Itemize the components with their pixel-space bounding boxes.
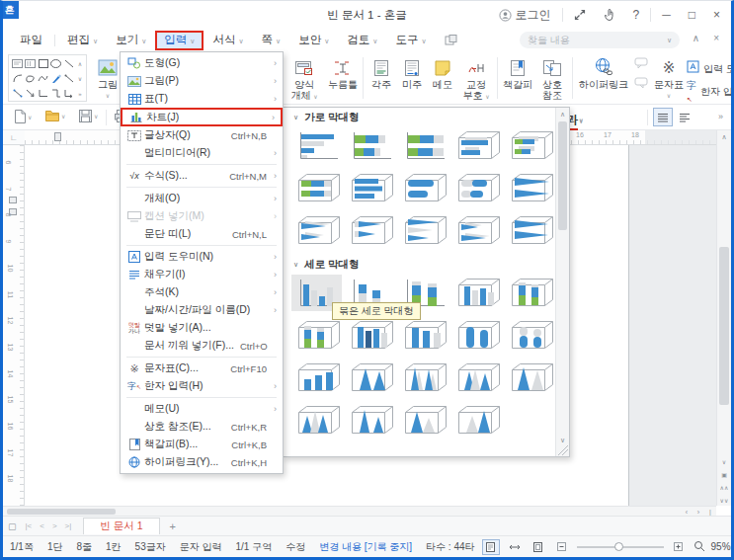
align-justify-button[interactable]	[653, 108, 673, 126]
menu-item-11[interactable]: 문단 띠(L)Ctrl+N,L	[121, 225, 283, 243]
add-tab-button[interactable]: +	[160, 520, 186, 532]
chart-thumbnail-h-cone-long[interactable]	[505, 170, 555, 206]
prev-tab-button[interactable]: <	[36, 521, 48, 530]
resize-grip[interactable]	[558, 445, 568, 455]
status-item-3[interactable]: 1칸	[99, 540, 128, 554]
menu-item-5[interactable]: 멀티미디어(R)›	[121, 144, 283, 162]
shape-tool-h-textbox-icon[interactable]	[12, 59, 23, 68]
menu-item-3[interactable]: 차트(J)›	[121, 108, 283, 126]
zoom-in-button[interactable]	[670, 539, 688, 555]
zoom-out-button[interactable]	[553, 539, 571, 555]
chart-thumbnail-h-clustered[interactable]	[291, 127, 342, 164]
page-view-button[interactable]	[482, 539, 500, 555]
chart-thumbnail-v-cone-mixed[interactable]	[451, 360, 502, 396]
memo-button[interactable]: 메모	[428, 55, 457, 90]
menu-item-2[interactable]: 표(T)›	[121, 90, 283, 108]
menu-item-18[interactable]: 문서 끼워 넣기(F)...Ctrl+O	[121, 337, 283, 355]
form-object-button[interactable]: 양식개체 ∨	[285, 55, 323, 103]
maximize-button[interactable]: □	[682, 4, 702, 26]
chart-thumbnail-v-cylinder[interactable]	[451, 317, 502, 354]
chart-thumbnail-h-100[interactable]	[398, 127, 449, 164]
menu-tab-view[interactable]: 보기∨	[107, 31, 155, 50]
menu-item-17[interactable]: 덧말가나덧말 넣기(A)...	[121, 319, 283, 337]
touch-mode-button[interactable]	[597, 4, 622, 26]
shape-tool-v-textbox-icon[interactable]	[25, 59, 36, 68]
chart-thumbnail-h-cone-capped[interactable]	[345, 212, 395, 249]
gallery-scrollbar[interactable]: ∧ ∨	[555, 108, 569, 456]
chart-thumbnail-h-cone-echo[interactable]	[291, 212, 342, 249]
zoom-dialog-button[interactable]	[693, 540, 705, 554]
shape-tool-closed-curve-icon[interactable]	[25, 74, 36, 83]
menu-item-25[interactable]: 책갈피(B)...Ctrl+K,B	[121, 436, 283, 453]
scrollbar-thumb[interactable]	[7, 509, 116, 515]
menu-tab-tools[interactable]: 도구∨	[386, 31, 435, 50]
menu-item-10[interactable]: 캡션 넣기(M)›	[121, 207, 283, 225]
menu-item-26[interactable]: 하이퍼링크(Y)...Ctrl+K,H	[121, 453, 283, 471]
tab-stop-marker[interactable]	[54, 132, 61, 141]
charmap-button[interactable]: ※ 문자표 ∨	[653, 55, 685, 99]
fit-width-button[interactable]	[506, 539, 524, 555]
chevron-down-icon[interactable]: ∨	[78, 75, 82, 82]
next-tab-button[interactable]: >	[48, 521, 61, 530]
chart-thumbnail-h-3d-clustered[interactable]	[451, 127, 502, 164]
balloon-button-2[interactable]	[633, 75, 649, 93]
menu-item-24[interactable]: 상호 참조(E)...Ctrl+K,R	[121, 418, 283, 436]
endnote-button[interactable]: 미주	[397, 55, 427, 90]
status-item-1[interactable]: 1단	[41, 540, 70, 554]
indent-marker[interactable]	[9, 197, 17, 203]
help-button[interactable]: ?	[626, 4, 647, 26]
menu-item-13[interactable]: 입력 도우미(N)›	[121, 248, 283, 266]
chart-thumbnail-h-3d-stacked[interactable]	[505, 127, 555, 164]
align-left-button[interactable]	[675, 108, 694, 126]
shape-tool-line-icon[interactable]	[64, 59, 74, 68]
chart-thumbnail-v-cone-tall[interactable]	[345, 402, 395, 439]
change-tracking-status[interactable]: 변경 내용 [기록 중지]	[312, 540, 419, 554]
status-item-2[interactable]: 8줄	[69, 540, 99, 554]
scroll-up-icon[interactable]: ∧	[78, 60, 82, 67]
cross-reference-button[interactable]: 상호참조	[535, 55, 569, 101]
menu-item-20[interactable]: ※문자표(C)...Ctrl+F10	[121, 360, 283, 377]
chart-thumbnail-h-cone-triple[interactable]	[398, 212, 449, 249]
chart-thumbnail-h-stacked[interactable]	[345, 127, 395, 164]
menu-tab-page[interactable]: 쪽∨	[253, 31, 290, 50]
prev-page-button[interactable]: ∧∧	[717, 481, 731, 493]
next-page-button[interactable]: ∨∨	[717, 494, 731, 506]
input-helper-button[interactable]: 입력 도우미 ∨	[687, 59, 734, 77]
footnote-button[interactable]: 각주	[367, 55, 396, 90]
scrollbar-thumb[interactable]	[558, 121, 567, 230]
scrollbar-thumb[interactable]	[719, 247, 729, 405]
menu-item-16[interactable]: 날짜/시간/파일 이름(D)›	[121, 301, 283, 319]
chart-thumbnail-v-3d-blue[interactable]	[398, 317, 449, 354]
more-shapes-icon[interactable]: »	[78, 91, 81, 97]
chart-thumbnail-v-3d-stacked[interactable]	[505, 275, 555, 311]
zoom-slider-handle[interactable]	[614, 542, 623, 551]
chart-thumbnail-v-cone-duo[interactable]	[398, 402, 449, 439]
new-document-button[interactable]: ∨	[13, 109, 32, 124]
menu-item-9[interactable]: 개체(O)›	[121, 190, 283, 207]
chart-thumbnail-v-cone-echo[interactable]	[451, 402, 502, 439]
hanja-input-button[interactable]: 字↖ 한자 입력 ∨	[687, 79, 734, 104]
toolbar-overflow-button[interactable]: »	[718, 112, 723, 121]
menu-tab-format[interactable]: 서식∨	[204, 31, 252, 50]
document-tab[interactable]: 빈 문서 1	[83, 518, 159, 534]
open-document-button[interactable]: ∨	[44, 109, 65, 122]
menu-item-15[interactable]: 주석(K)›	[121, 283, 283, 301]
shape-tool-elbow-arrow-icon[interactable]	[64, 89, 74, 98]
chart-thumbnail-v-cone-thin[interactable]	[398, 360, 449, 396]
chart-thumbnail-v-cone-cluster[interactable]	[291, 402, 342, 439]
menu-item-4[interactable]: 글상자(Q)Ctrl+N,B	[121, 126, 283, 144]
menu-item-23[interactable]: 메모(U)›	[121, 400, 283, 418]
vertical-scrollbar[interactable]: ∧ ∨ ▣ ∧∧ ∨∨	[716, 130, 731, 506]
chart-thumbnail-v-cylinder-stacked[interactable]	[505, 317, 555, 354]
status-item-5[interactable]: 문자 입력	[173, 540, 229, 554]
bookmark-button[interactable]: 책갈피	[501, 55, 534, 90]
chart-thumbnail-h-cone-mixed[interactable]	[451, 212, 502, 249]
chart-thumbnail-h-3d-100[interactable]	[291, 170, 342, 206]
menu-tab-security[interactable]: 보안∨	[289, 31, 338, 50]
login-button[interactable]: 로그인	[492, 4, 558, 26]
shape-tool-dot-line-icon[interactable]	[64, 74, 74, 83]
shape-tool-two-dot-line-icon[interactable]	[13, 89, 23, 98]
first-tab-button[interactable]: |<	[22, 521, 37, 530]
shape-tool-arrow-line-icon[interactable]	[26, 89, 36, 98]
shape-tool-elbow-2-icon[interactable]	[51, 89, 61, 98]
